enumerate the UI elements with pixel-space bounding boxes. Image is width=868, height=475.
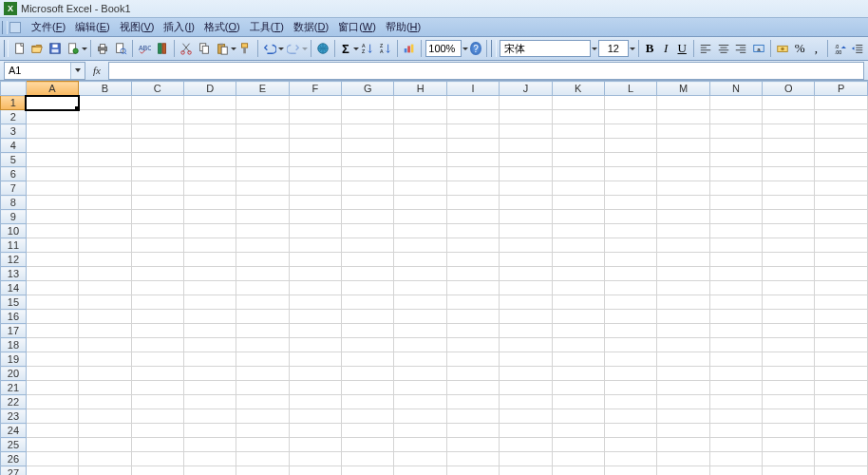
cell-K15[interactable] — [552, 295, 604, 310]
cell-L7[interactable] — [604, 181, 656, 196]
cell-A26[interactable] — [26, 452, 78, 466]
cell-F23[interactable] — [289, 409, 341, 424]
cell-I7[interactable] — [446, 181, 499, 196]
column-header-O[interactable]: O — [763, 82, 815, 96]
cell-J4[interactable] — [500, 139, 552, 153]
cell-C6[interactable] — [131, 167, 183, 181]
row-header-5[interactable]: 5 — [1, 153, 27, 167]
cell-J19[interactable] — [500, 352, 552, 367]
spreadsheet-grid[interactable]: ABCDEFGHIJKLMNOP123456789101112131415161… — [0, 81, 868, 475]
cell-D21[interactable] — [183, 381, 236, 395]
cell-P23[interactable] — [815, 409, 868, 424]
cell-L4[interactable] — [604, 139, 656, 153]
cell-D18[interactable] — [183, 338, 236, 352]
cell-H24[interactable] — [394, 424, 446, 438]
cell-M17[interactable] — [657, 324, 709, 338]
cell-A18[interactable] — [26, 338, 78, 352]
cell-J3[interactable] — [500, 124, 552, 139]
row-header-18[interactable]: 18 — [1, 338, 27, 352]
cell-D2[interactable] — [183, 110, 236, 124]
cell-D27[interactable] — [183, 466, 236, 476]
toolbar-options-dropdown[interactable] — [9, 22, 21, 33]
cell-C13[interactable] — [131, 267, 183, 281]
cell-K8[interactable] — [552, 196, 604, 210]
cell-M8[interactable] — [657, 196, 709, 210]
print-preview-button[interactable] — [112, 39, 128, 58]
align-left-button[interactable] — [698, 39, 714, 58]
cell-H21[interactable] — [394, 381, 446, 395]
cell-F9[interactable] — [289, 210, 341, 224]
cell-N1[interactable] — [709, 96, 762, 110]
cell-B11[interactable] — [79, 238, 131, 253]
cell-B23[interactable] — [79, 409, 131, 424]
cell-F24[interactable] — [289, 424, 341, 438]
menu-file[interactable]: 文件(F) — [27, 19, 70, 35]
cell-P1[interactable] — [815, 96, 868, 110]
cell-K10[interactable] — [552, 224, 604, 238]
cell-H7[interactable] — [394, 181, 446, 196]
column-header-K[interactable]: K — [552, 82, 604, 96]
cell-L22[interactable] — [604, 395, 656, 409]
cell-H25[interactable] — [394, 438, 446, 452]
redo-dropdown[interactable] — [302, 40, 308, 57]
cell-K9[interactable] — [552, 210, 604, 224]
cell-A12[interactable] — [26, 253, 78, 267]
cell-O13[interactable] — [763, 267, 815, 281]
cell-M4[interactable] — [657, 139, 709, 153]
cell-G5[interactable] — [342, 153, 394, 167]
cell-D8[interactable] — [183, 196, 236, 210]
cell-N6[interactable] — [709, 167, 762, 181]
row-header-27[interactable]: 27 — [1, 466, 27, 476]
cell-G12[interactable] — [342, 253, 394, 267]
cell-P22[interactable] — [815, 395, 868, 409]
cell-A15[interactable] — [26, 295, 78, 310]
cell-I10[interactable] — [446, 224, 499, 238]
cell-D11[interactable] — [183, 238, 236, 253]
cell-L17[interactable] — [604, 324, 656, 338]
underline-button[interactable]: U — [675, 39, 689, 58]
column-header-E[interactable]: E — [236, 82, 289, 96]
cell-J12[interactable] — [500, 253, 552, 267]
cell-E8[interactable] — [236, 196, 289, 210]
cell-D16[interactable] — [183, 310, 236, 324]
cell-M6[interactable] — [657, 167, 709, 181]
cell-C22[interactable] — [131, 395, 183, 409]
open-button[interactable] — [29, 39, 46, 58]
cell-I27[interactable] — [446, 466, 499, 476]
cell-B3[interactable] — [79, 124, 131, 139]
cell-P18[interactable] — [815, 338, 868, 352]
cell-N12[interactable] — [709, 253, 762, 267]
cell-F27[interactable] — [289, 466, 341, 476]
cell-B6[interactable] — [79, 167, 131, 181]
cell-M15[interactable] — [657, 295, 709, 310]
cell-M9[interactable] — [657, 210, 709, 224]
row-header-9[interactable]: 9 — [1, 210, 27, 224]
cell-H6[interactable] — [394, 167, 446, 181]
spelling-button[interactable]: ABC — [137, 39, 153, 58]
cell-O12[interactable] — [763, 253, 815, 267]
cell-I17[interactable] — [446, 324, 499, 338]
cell-I12[interactable] — [446, 253, 499, 267]
column-header-H[interactable]: H — [394, 82, 446, 96]
cell-I6[interactable] — [446, 167, 499, 181]
cell-A4[interactable] — [26, 139, 78, 153]
cell-P10[interactable] — [815, 224, 868, 238]
cell-H11[interactable] — [394, 238, 446, 253]
row-header-19[interactable]: 19 — [1, 352, 27, 367]
cell-K4[interactable] — [552, 139, 604, 153]
cell-N9[interactable] — [709, 210, 762, 224]
cell-F7[interactable] — [289, 181, 341, 196]
cell-N14[interactable] — [709, 281, 762, 295]
column-header-F[interactable]: F — [289, 82, 341, 96]
cell-J21[interactable] — [500, 381, 552, 395]
cell-J1[interactable] — [500, 96, 552, 110]
cell-L6[interactable] — [604, 167, 656, 181]
zoom-combo[interactable]: 100% — [425, 40, 462, 57]
cell-H9[interactable] — [394, 210, 446, 224]
cell-I9[interactable] — [446, 210, 499, 224]
cell-D25[interactable] — [183, 438, 236, 452]
cell-K18[interactable] — [552, 338, 604, 352]
cell-I15[interactable] — [446, 295, 499, 310]
align-right-button[interactable] — [733, 39, 749, 58]
cell-E10[interactable] — [236, 224, 289, 238]
